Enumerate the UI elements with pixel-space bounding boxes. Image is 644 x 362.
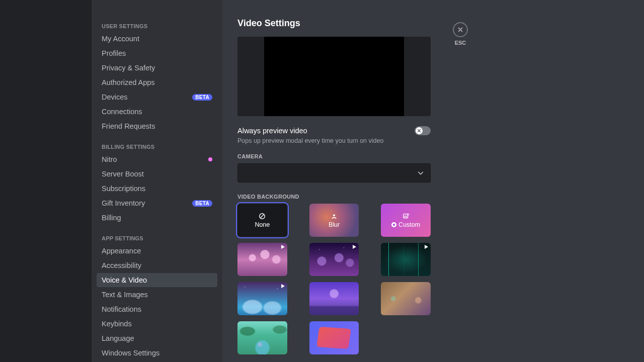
sidebar-item-subscriptions[interactable]: Subscriptions bbox=[97, 182, 217, 196]
background-option-preset-3[interactable] bbox=[381, 243, 431, 276]
sidebar-item-label: Subscriptions bbox=[102, 185, 145, 193]
background-option-none[interactable]: None bbox=[237, 204, 287, 237]
sidebar-item-keybinds[interactable]: Keybinds bbox=[97, 317, 217, 331]
page-title: Video Settings bbox=[237, 18, 431, 29]
video-background-label: VIDEO BACKGROUND bbox=[237, 194, 431, 200]
animated-indicator-icon bbox=[281, 284, 285, 288]
sidebar-item-label: Voice & Video bbox=[102, 276, 147, 284]
background-option-preset-6[interactable] bbox=[381, 282, 431, 315]
sidebar-item-label: Notifications bbox=[102, 305, 141, 313]
background-option-preset-2[interactable] bbox=[309, 243, 359, 276]
blur-icon bbox=[331, 213, 338, 220]
none-icon bbox=[259, 213, 266, 220]
add-image-icon bbox=[403, 213, 410, 220]
background-option-preset-5[interactable] bbox=[309, 282, 359, 315]
background-custom-label: Custom bbox=[398, 221, 420, 228]
section-header-app: APP SETTINGS bbox=[97, 232, 217, 243]
always-preview-description: Pops up preview modal every time you tur… bbox=[237, 137, 431, 144]
background-option-preset-7[interactable] bbox=[237, 321, 287, 354]
sidebar-item-label: Billing bbox=[102, 214, 121, 222]
sidebar-item-authorized-apps[interactable]: Authorized Apps bbox=[97, 75, 217, 89]
sidebar-item-label: Privacy & Safety bbox=[102, 64, 155, 72]
video-preview-frame bbox=[264, 37, 404, 116]
sidebar-item-gift-inventory[interactable]: Gift InventoryBETA bbox=[97, 196, 217, 210]
sidebar-item-label: Appearance bbox=[102, 247, 141, 255]
sidebar-item-nitro[interactable]: Nitro bbox=[97, 152, 217, 166]
sidebar-item-appearance[interactable]: Appearance bbox=[97, 244, 217, 258]
sidebar-item-label: Authorized Apps bbox=[102, 78, 155, 86]
sidebar-item-label: Friend Requests bbox=[102, 122, 155, 130]
nitro-required-icon bbox=[391, 222, 396, 227]
background-option-preset-1[interactable] bbox=[237, 243, 287, 276]
nitro-indicator-icon bbox=[208, 157, 212, 161]
svg-line-1 bbox=[261, 214, 264, 218]
animated-indicator-icon bbox=[353, 245, 356, 249]
sidebar-item-label: Language bbox=[102, 334, 134, 342]
sidebar-item-label: Windows Settings bbox=[102, 349, 159, 357]
sidebar-item-devices[interactable]: DevicesBETA bbox=[97, 90, 217, 104]
sidebar-item-label: Gift Inventory bbox=[102, 199, 145, 207]
sidebar-item-voice-video[interactable]: Voice & Video bbox=[97, 273, 217, 287]
sidebar-item-label: Devices bbox=[102, 93, 128, 101]
always-preview-setting: Always preview video bbox=[237, 126, 431, 135]
close-icon bbox=[457, 26, 464, 33]
sidebar-item-accessibility[interactable]: Accessibility bbox=[97, 258, 217, 273]
camera-select[interactable] bbox=[237, 163, 431, 183]
video-background-grid: None Blur Custom bbox=[237, 204, 431, 354]
sidebar-item-language[interactable]: Language bbox=[97, 331, 217, 345]
settings-content: Video Settings Always preview video Pops… bbox=[222, 0, 451, 362]
background-option-preset-8[interactable] bbox=[309, 321, 359, 354]
animated-indicator-icon bbox=[281, 245, 285, 249]
video-preview-panel bbox=[237, 37, 431, 116]
svg-point-5 bbox=[393, 223, 395, 226]
sidebar-item-profiles[interactable]: Profiles bbox=[97, 46, 217, 60]
sidebar-item-label: Keybinds bbox=[102, 320, 132, 328]
close-settings-group: ESC bbox=[453, 22, 468, 46]
always-preview-label: Always preview video bbox=[237, 127, 307, 135]
sidebar-item-label: Text & Images bbox=[102, 291, 148, 299]
sidebar-item-label: Accessibility bbox=[102, 261, 141, 269]
sidebar-item-label: Nitro bbox=[102, 155, 117, 163]
svg-point-2 bbox=[333, 214, 335, 216]
beta-badge: BETA bbox=[192, 94, 212, 101]
always-preview-toggle[interactable] bbox=[415, 126, 431, 135]
background-option-preset-4[interactable] bbox=[237, 282, 287, 315]
sidebar-item-windows-settings[interactable]: Windows Settings bbox=[97, 346, 217, 360]
sidebar-item-privacy-safety[interactable]: Privacy & Safety bbox=[97, 61, 217, 75]
chevron-down-icon bbox=[417, 169, 424, 176]
background-option-custom[interactable]: Custom bbox=[381, 204, 431, 237]
close-button[interactable] bbox=[453, 22, 468, 37]
sidebar-item-my-account[interactable]: My Account bbox=[97, 32, 217, 46]
sidebar-item-label: Server Boost bbox=[102, 170, 144, 178]
sidebar-item-friend-requests[interactable]: Friend Requests bbox=[97, 119, 217, 133]
sidebar-item-label: Profiles bbox=[102, 49, 126, 57]
sidebar-item-server-boost[interactable]: Server Boost bbox=[97, 167, 217, 181]
section-header-billing: BILLING SETTINGS bbox=[97, 141, 217, 152]
close-esc-label: ESC bbox=[455, 40, 466, 46]
toggle-knob bbox=[416, 127, 423, 134]
sidebar-item-notifications[interactable]: Notifications bbox=[97, 302, 217, 316]
settings-sidebar: USER SETTINGS My Account Profiles Privac… bbox=[92, 0, 222, 362]
animated-indicator-icon bbox=[425, 245, 428, 249]
background-option-blur[interactable]: Blur bbox=[309, 204, 359, 237]
background-blur-label: Blur bbox=[329, 221, 340, 228]
sidebar-item-label: Connections bbox=[102, 108, 142, 116]
section-header-user: USER SETTINGS bbox=[97, 20, 217, 31]
sidebar-item-text-images[interactable]: Text & Images bbox=[97, 288, 217, 302]
sidebar-item-label: My Account bbox=[102, 35, 139, 43]
background-none-label: None bbox=[255, 221, 270, 228]
beta-badge: BETA bbox=[192, 200, 212, 207]
sidebar-item-connections[interactable]: Connections bbox=[97, 105, 217, 119]
content-right-gutter: ESC bbox=[451, 0, 644, 362]
toggle-off-icon bbox=[417, 129, 421, 133]
app-left-gutter bbox=[0, 0, 92, 362]
sidebar-item-billing[interactable]: Billing bbox=[97, 211, 217, 225]
camera-label: CAMERA bbox=[237, 153, 431, 159]
